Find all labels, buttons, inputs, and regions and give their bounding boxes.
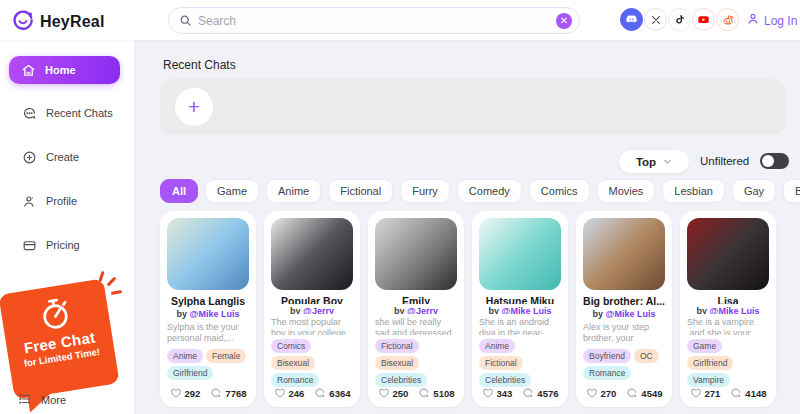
search-bar[interactable]: ✕ [168,7,580,34]
chats-count: 6364 [329,388,350,399]
tag[interactable]: Romance [271,373,319,387]
card-stats: 292 7768 [167,387,249,399]
tag[interactable]: Anime [167,349,203,363]
character-name: Lisa [687,295,769,304]
chevron-down-icon [663,157,672,166]
likes-count: 246 [289,388,305,399]
character-avatar [375,218,457,290]
by-label: by [593,309,604,319]
x-twitter-icon[interactable] [644,8,667,31]
character-name: Sylpha Langlis [167,295,249,307]
tab-bisexual[interactable]: Bisexual [783,179,800,203]
recent-chats-title: Recent Chats [163,58,236,72]
tab-all[interactable]: All [160,179,198,203]
by-label: by [177,309,188,319]
tab-comedy[interactable]: Comedy [457,179,522,203]
add-chat-button[interactable]: + [175,88,213,126]
chats-count: 7768 [225,388,246,399]
brand-logo[interactable]: HeyReal [12,9,105,35]
tag[interactable]: Boyfriend [583,349,631,363]
search-input[interactable] [198,14,556,28]
tab-game[interactable]: Game [205,179,259,203]
sidebar-item-pricing[interactable]: Pricing [10,228,124,262]
heyreal-logo-icon [12,9,34,35]
more-label: More [41,394,66,406]
plus-icon: + [188,95,200,119]
tag[interactable]: Girlfriend [687,356,733,370]
main-content: Recent Chats + Top Unfiltered All Game A… [135,40,800,414]
login-label: Log In [764,14,797,28]
tag[interactable]: Celebrities [375,373,427,387]
character-card[interactable]: Lisa by @Mike Luis She is a vampire ,and… [680,211,776,407]
tab-movies[interactable]: Movies [597,179,656,203]
youtube-icon[interactable] [692,8,715,31]
tab-gay[interactable]: Gay [732,179,776,203]
tag[interactable]: OC [634,349,659,363]
tab-fictional[interactable]: Fictional [328,179,393,203]
login-button[interactable]: Log In [746,12,797,29]
tag-list: Boyfriend OC Romance [583,349,665,380]
tag[interactable]: Comics [271,339,311,353]
home-icon [20,62,36,78]
heart-icon [378,387,390,399]
unfiltered-label: Unfiltered [700,155,749,167]
tab-comics[interactable]: Comics [529,179,590,203]
reddit-icon[interactable] [716,8,739,31]
tag[interactable]: Romance [583,366,631,380]
chat-count-icon [522,387,534,399]
pricing-card-icon [21,237,37,253]
clear-search-icon[interactable]: ✕ [556,13,572,29]
tiktok-icon[interactable] [668,8,691,31]
character-card[interactable]: Emily by @Jerry she will be really sad a… [368,211,464,407]
author-handle[interactable]: @Jerry [303,306,334,314]
discord-icon[interactable] [620,8,643,31]
author-handle[interactable]: @Mike Luis [190,309,240,319]
sidebar-item-profile[interactable]: Profile [10,184,124,218]
tag[interactable]: Girlfriend [167,366,213,380]
brand-name: HeyReal [40,13,105,31]
sidebar-item-create[interactable]: Create [10,140,124,174]
tag[interactable]: Fictional [479,356,523,370]
free-chat-promo-badge[interactable]: Free Chat for Limited Time! [0,278,120,399]
character-description: The most popular boy in your college. Th… [271,317,353,335]
sort-dropdown[interactable]: Top [618,149,690,174]
author-handle[interactable]: @Mike Luis [710,306,760,314]
list-menu-icon [18,392,32,408]
character-card[interactable]: Big brother: Al... by @Mike Luis Alex is… [576,211,672,407]
sidebar-item-recent-chats[interactable]: Recent Chats [10,96,124,130]
sidebar-item-home[interactable]: Home [9,56,120,84]
heart-icon [170,387,182,399]
stopwatch-icon [34,294,75,335]
tag-list: Anime Female Girlfriend [167,349,249,380]
character-avatar [479,218,561,290]
tab-furry[interactable]: Furry [400,179,450,203]
author-handle[interactable]: @Mike Luis [606,309,656,319]
character-description: Sylpha is the your personal maid,... [167,322,249,345]
tag[interactable]: Anime [479,339,515,353]
card-stats: 250 5108 [375,387,457,399]
card-stats: 271 4148 [687,387,769,399]
character-card[interactable]: Popular Boy by @Jerry The most popular b… [264,211,360,407]
tab-lesbian[interactable]: Lesbian [662,179,725,203]
sidebar-more-button[interactable]: More [18,392,66,408]
sidebar-item-label: Recent Chats [46,107,113,119]
character-card[interactable]: Hatsune Miku by @Mike Luis She is an and… [472,211,568,407]
tag[interactable]: Celebrities [479,373,531,387]
tag-list: Game Girlfriend Vampire [687,339,769,387]
tag[interactable]: Female [206,349,246,363]
unfiltered-toggle[interactable] [760,153,789,169]
character-card[interactable]: Sylpha Langlis by @Mike Luis Sylpha is t… [160,211,256,407]
character-description: She is a vampire ,and she is your wife. [687,317,769,335]
likes-count: 343 [497,388,513,399]
character-name: Hatsune Miku [479,295,561,304]
tag[interactable]: Bisexual [271,356,315,370]
heart-icon [690,387,702,399]
tag[interactable]: Fictional [375,339,419,353]
tag[interactable]: Vampire [687,373,730,387]
user-icon [746,12,760,29]
author-handle[interactable]: @Jerry [407,306,438,314]
tab-anime[interactable]: Anime [266,179,321,203]
author-handle[interactable]: @Mike Luis [502,306,552,314]
tag[interactable]: Bisexual [375,356,419,370]
tag[interactable]: Game [687,339,722,353]
